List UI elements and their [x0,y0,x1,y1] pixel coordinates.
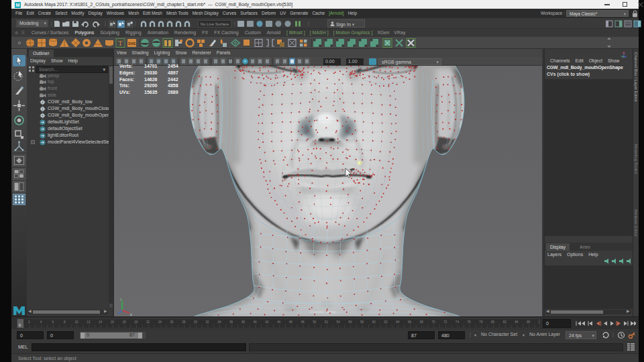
svg-text:76: 76 [468,320,472,324]
svg-text:24: 24 [158,320,162,324]
svg-text:10: 10 [75,320,79,324]
svg-text:38: 38 [241,320,246,324]
svg-text:36: 36 [229,320,233,324]
svg-text:82: 82 [503,320,507,324]
svg-text:86: 86 [527,320,531,324]
svg-text:58: 58 [360,320,364,324]
svg-text:64: 64 [396,320,400,324]
svg-text:2: 2 [28,320,30,324]
svg-text:50: 50 [313,320,317,324]
svg-text:80: 80 [491,320,495,324]
svg-text:4: 4 [40,320,42,324]
svg-text:16: 16 [111,320,115,324]
svg-text:T: T [118,39,123,47]
svg-text:30: 30 [194,320,198,324]
svg-text:54: 54 [337,320,341,324]
svg-text:SVG: SVG [128,42,136,46]
svg-text:72: 72 [443,320,447,324]
svg-text:0: 0 [19,323,21,327]
svg-text:20: 20 [134,320,138,324]
svg-text:66: 66 [408,320,412,324]
svg-text:32: 32 [206,320,210,324]
svg-text:84: 84 [515,320,519,324]
svg-text:6: 6 [52,320,54,324]
svg-text:52: 52 [325,320,329,324]
svg-text:60: 60 [372,320,376,324]
svg-text:62: 62 [384,320,388,324]
svg-text:28: 28 [182,320,186,324]
svg-text:56: 56 [348,320,352,324]
svg-text:40: 40 [253,320,257,324]
svg-text:Outside persp: Outside persp [310,310,337,314]
svg-text:70: 70 [431,320,435,324]
svg-text:26: 26 [170,320,174,324]
svg-text:68: 68 [420,320,424,324]
svg-text:88: 88 [539,320,540,324]
svg-text:78: 78 [479,320,483,324]
svg-text:34: 34 [217,320,221,324]
svg-text:22: 22 [146,320,150,324]
svg-text:14: 14 [99,320,103,324]
svg-text:42: 42 [265,320,269,324]
svg-text:46: 46 [289,320,293,324]
svg-text:74: 74 [455,320,460,324]
svg-text:18: 18 [122,320,126,324]
svg-text:8: 8 [64,320,66,324]
svg-text:48: 48 [301,320,305,324]
svg-text:44: 44 [277,320,281,324]
svg-text:12: 12 [87,320,91,324]
